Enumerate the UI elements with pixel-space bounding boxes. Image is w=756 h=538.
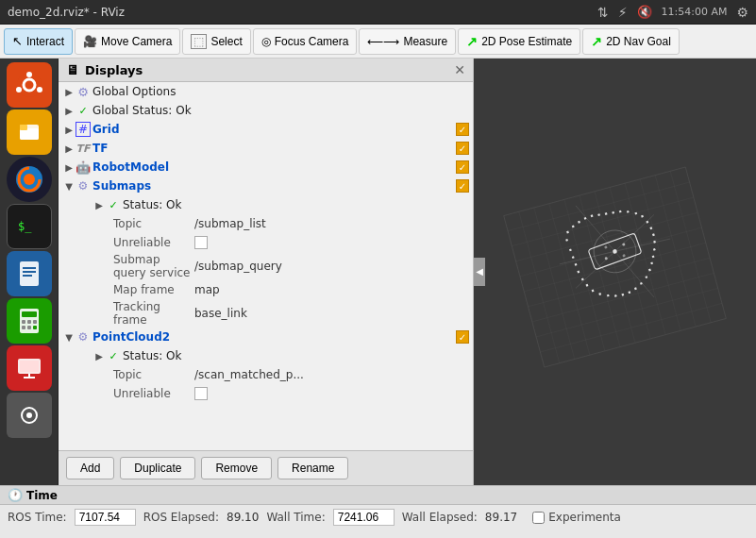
clock: 11:54:00 AM bbox=[662, 6, 728, 18]
panels: 🖥 Displays ✕ ▶ ⚙ Global Options ▶ ✓ Glob… bbox=[59, 59, 474, 485]
select-icon: ⬚ bbox=[191, 34, 207, 49]
tree-item-global-options[interactable]: ▶ ⚙ Global Options bbox=[59, 82, 473, 101]
display-panel-icon: 🖥 bbox=[66, 62, 79, 77]
svg-rect-21 bbox=[27, 326, 31, 329]
nav-goal-label: 2D Nav Goal bbox=[606, 35, 671, 48]
displays-content[interactable]: ▶ ⚙ Global Options ▶ ✓ Global Status: Ok… bbox=[59, 82, 473, 450]
submaps-tracking-value: base_link bbox=[194, 307, 469, 320]
submaps-unreliable-label: Unreliable bbox=[62, 236, 194, 249]
displays-close-icon[interactable]: ✕ bbox=[454, 62, 465, 77]
tree-item-submaps[interactable]: ▼ ⚙ Submaps bbox=[59, 177, 473, 195]
dock-terminal-icon[interactable]: $_ bbox=[7, 204, 52, 249]
duplicate-button[interactable]: Duplicate bbox=[120, 457, 195, 479]
interact-button[interactable]: ↖ Interact bbox=[4, 28, 73, 55]
select-button[interactable]: ⬚ Select bbox=[182, 28, 250, 55]
tf-checkbox[interactable] bbox=[456, 142, 469, 155]
pc2-unreliable-checkbox[interactable] bbox=[194, 387, 208, 400]
submaps-mapframe-label: Map frame bbox=[62, 283, 194, 296]
remove-button[interactable]: Remove bbox=[201, 457, 272, 479]
time-values: ROS Time: ROS Elapsed: 89.10 Wall Time: … bbox=[0, 505, 756, 530]
dock-files-icon[interactable] bbox=[7, 109, 52, 155]
arrow-submaps-status: ▶ bbox=[92, 198, 106, 211]
pose-icon: ↗ bbox=[466, 34, 478, 49]
dock-firefox-icon[interactable] bbox=[7, 157, 52, 202]
svg-rect-22 bbox=[33, 326, 37, 329]
pc2-status-icon: ✓ bbox=[106, 348, 121, 363]
tree-item-tf[interactable]: ▶ TF TF bbox=[59, 139, 473, 158]
submaps-mapframe-row: Map frame map bbox=[59, 280, 473, 299]
submaps-unreliable-checkbox[interactable] bbox=[194, 236, 208, 249]
settings-icon[interactable]: ⚙ bbox=[736, 5, 748, 20]
dock-ubuntu-icon[interactable] bbox=[7, 62, 52, 108]
ros-time-input[interactable] bbox=[75, 509, 136, 526]
nav-goal-icon: ↗ bbox=[591, 34, 602, 49]
dock-text-icon[interactable] bbox=[7, 251, 52, 296]
viewport-scene bbox=[474, 59, 756, 485]
3d-viewport[interactable]: ◀ bbox=[474, 59, 756, 485]
svg-rect-20 bbox=[22, 326, 25, 329]
main-area: $_ bbox=[0, 59, 756, 485]
robotmodel-label: RobotModel bbox=[92, 160, 452, 174]
svg-point-28 bbox=[26, 412, 32, 418]
pose-estimate-button[interactable]: ↗ 2D Pose Estimate bbox=[458, 28, 580, 55]
grid-checkbox[interactable] bbox=[456, 123, 469, 136]
displays-header: 🖥 Displays ✕ bbox=[59, 59, 473, 82]
submaps-checkbox[interactable] bbox=[456, 179, 469, 193]
svg-rect-7 bbox=[20, 125, 27, 130]
submaps-query-label: Submap query service bbox=[62, 253, 194, 279]
pc2-unreliable-label: Unreliable bbox=[62, 387, 194, 400]
pointcloud2-checkbox[interactable] bbox=[456, 330, 469, 344]
svg-text:$_: $_ bbox=[18, 220, 32, 233]
focus-camera-button[interactable]: ◎ Focus Camera bbox=[253, 28, 358, 55]
experimental-label[interactable]: Experimenta bbox=[532, 511, 621, 524]
titlebar-title: demo_2d.rviz* - RViz bbox=[8, 6, 125, 19]
measure-label: Measure bbox=[403, 35, 447, 48]
submaps-tracking-row: Tracking frame base_link bbox=[59, 299, 473, 328]
displays-title: Displays bbox=[85, 63, 143, 77]
dock-app-icon[interactable] bbox=[7, 393, 52, 438]
interact-icon: ↖ bbox=[12, 34, 23, 48]
dock-calc-icon[interactable] bbox=[7, 298, 52, 344]
ros-elapsed-value: 89.10 bbox=[227, 511, 259, 524]
pc2-topic-value: /scan_matched_p... bbox=[194, 368, 469, 381]
pointcloud2-label: PointCloud2 bbox=[92, 330, 452, 344]
application-dock: $_ bbox=[0, 59, 59, 485]
pc2-topic-label: Topic bbox=[62, 368, 194, 381]
submaps-query-value: /submap_query bbox=[194, 260, 469, 273]
wall-time-input[interactable] bbox=[333, 509, 395, 526]
move-camera-button[interactable]: 🎥 Move Camera bbox=[75, 28, 180, 55]
tree-item-global-status[interactable]: ▶ ✓ Global Status: Ok bbox=[59, 101, 473, 120]
interact-label: Interact bbox=[26, 35, 64, 48]
submaps-icon: ⚙ bbox=[76, 178, 91, 193]
submaps-topic-label: Topic bbox=[62, 217, 194, 230]
tree-item-pointcloud2[interactable]: ▼ ⚙ PointCloud2 bbox=[59, 328, 473, 346]
tree-item-pc2-status: ▶ ✓ Status: Ok bbox=[59, 346, 473, 365]
tree-item-grid[interactable]: ▶ # Grid bbox=[59, 120, 473, 139]
dock-present-icon[interactable] bbox=[7, 345, 52, 391]
svg-rect-11 bbox=[20, 261, 39, 286]
svg-point-2 bbox=[26, 72, 32, 77]
focus-camera-icon: ◎ bbox=[261, 35, 271, 48]
nav-goal-button[interactable]: ↗ 2D Nav Goal bbox=[582, 28, 680, 55]
tree-item-robotmodel[interactable]: ▶ 🤖 RobotModel bbox=[59, 158, 473, 177]
submaps-mapframe-value: map bbox=[194, 283, 469, 296]
robotmodel-checkbox[interactable] bbox=[456, 160, 469, 174]
panel-resize-handle[interactable]: ◀ bbox=[474, 258, 485, 286]
experimental-checkbox[interactable] bbox=[532, 512, 545, 524]
measure-button[interactable]: ⟵⟶ Measure bbox=[359, 28, 456, 55]
svg-rect-16 bbox=[22, 311, 37, 317]
grid-icon: # bbox=[76, 122, 91, 137]
move-camera-icon: 🎥 bbox=[83, 35, 97, 48]
time-header: 🕐 Time bbox=[0, 486, 756, 505]
button-bar: Add Duplicate Remove Rename bbox=[59, 450, 474, 485]
tree-item-submaps-status: ▶ ✓ Status: Ok bbox=[59, 195, 473, 214]
measure-icon: ⟵⟶ bbox=[367, 35, 399, 48]
submaps-tracking-label: Tracking frame bbox=[62, 300, 194, 327]
grid-label: Grid bbox=[92, 123, 452, 136]
add-button[interactable]: Add bbox=[66, 457, 114, 479]
global-status-icon: ✓ bbox=[76, 103, 91, 118]
rename-button[interactable]: Rename bbox=[277, 457, 348, 479]
submaps-query-row: Submap query service /submap_query bbox=[59, 252, 473, 280]
submaps-status-label: Status: Ok bbox=[123, 198, 469, 211]
pointcloud2-icon: ⚙ bbox=[76, 329, 91, 345]
